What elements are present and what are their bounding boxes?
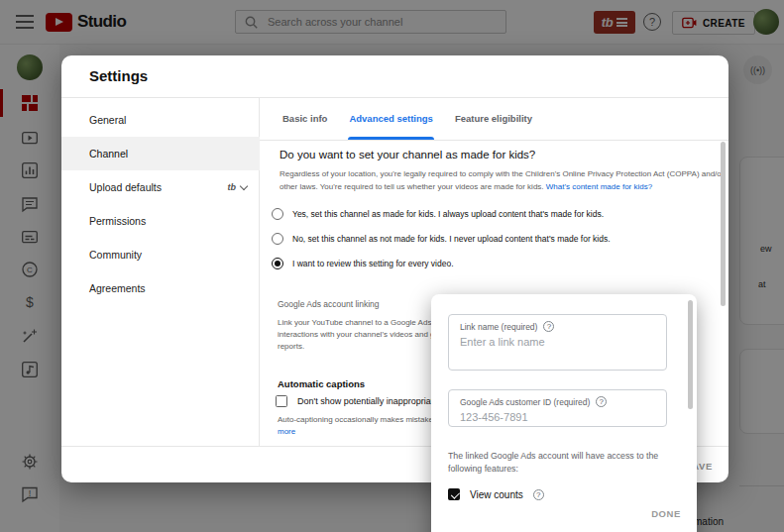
linked-account-features-intro: The linked Google Ads account will have …	[448, 450, 686, 476]
dialog-title: Settings	[89, 67, 148, 84]
link-name-input[interactable]	[449, 333, 642, 348]
youtube-studio-app: Studio tb ? CREATE	[0, 0, 784, 532]
google-ads-link-popup: Link name (required) ? Google Ads custom…	[431, 294, 697, 532]
radio-icon	[272, 208, 283, 220]
chevron-down-icon[interactable]	[240, 181, 248, 189]
made-for-kids-description: Regardless of your location, you're lega…	[280, 167, 728, 193]
help-icon[interactable]: ?	[543, 321, 554, 332]
nav-item-upload-defaults[interactable]: Upload defaults tb	[61, 170, 260, 204]
nav-item-permissions[interactable]: Permissions	[61, 204, 260, 238]
link-name-label: Link name (required)	[460, 322, 537, 332]
nav-item-channel[interactable]: Channel	[61, 137, 260, 170]
view-counts-checkbox[interactable]: View counts ?	[448, 488, 544, 500]
tab-feature-eligibility[interactable]: Feature eligibility	[444, 97, 543, 140]
nav-item-agreements[interactable]: Agreements	[61, 271, 260, 305]
customer-id-field[interactable]: Google Ads customer ID (required) ?	[448, 389, 667, 427]
radio-option-review-every-video[interactable]: I want to review this setting for every …	[272, 256, 454, 271]
channel-settings-tabs: Basic info Advanced settings Feature eli…	[260, 97, 728, 141]
done-button[interactable]: DONE	[651, 508, 681, 519]
dialog-scrollbar-thumb[interactable]	[721, 142, 726, 306]
radio-option-not-made-for-kids[interactable]: No, set this channel as not made for kid…	[272, 231, 611, 247]
made-for-kids-question: Do you want to set your channel as made …	[280, 149, 535, 160]
radio-selected-icon	[272, 258, 283, 269]
checkbox-unchecked-icon	[276, 395, 287, 407]
nav-item-general[interactable]: General	[61, 103, 260, 137]
whats-content-made-for-kids-link[interactable]: What's content made for kids?	[546, 182, 652, 191]
customer-id-input[interactable]	[449, 408, 642, 423]
automatic-captions-heading: Automatic captions	[278, 378, 365, 389]
link-name-field[interactable]: Link name (required) ?	[448, 314, 667, 371]
tab-basic-info[interactable]: Basic info	[272, 97, 338, 140]
help-icon[interactable]: ?	[533, 489, 544, 500]
checkbox-checked-icon	[448, 488, 460, 500]
customer-id-label: Google Ads customer ID (required)	[460, 397, 590, 407]
help-icon[interactable]: ?	[596, 396, 607, 407]
radio-option-yes-made-for-kids[interactable]: Yes, set this channel as made for kids. …	[272, 206, 604, 222]
popup-scrollbar-thumb[interactable]	[688, 300, 693, 409]
radio-icon	[272, 233, 283, 245]
nav-item-community[interactable]: Community	[61, 238, 260, 271]
tab-advanced-settings[interactable]: Advanced settings	[338, 97, 443, 140]
tubebuddy-mini-icon: tb	[228, 170, 237, 204]
settings-nav: General Channel Upload defaults tb Permi…	[61, 97, 260, 447]
google-ads-linking-label: Google Ads account linking	[278, 299, 380, 309]
